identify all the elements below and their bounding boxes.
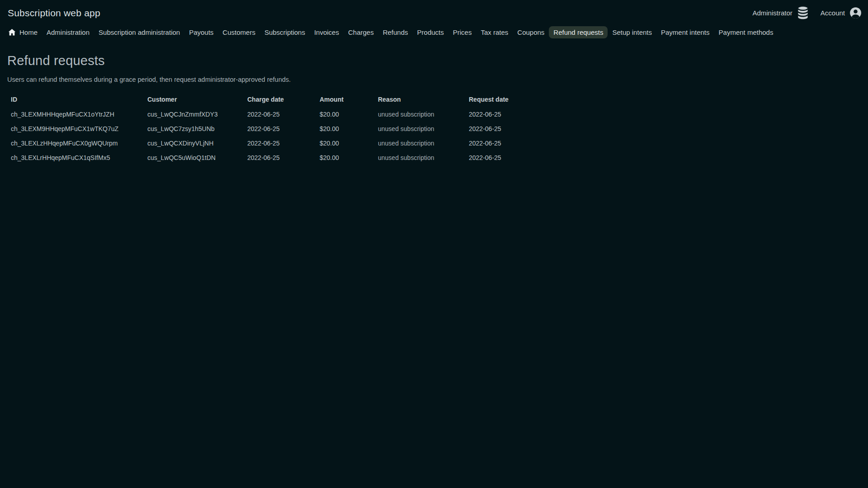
cell-reason: unused subscription [374, 122, 465, 136]
nav-item-payouts[interactable]: Payouts [184, 26, 218, 38]
nav-item-label: Subscriptions [264, 28, 305, 36]
admin-label: Administrator [752, 9, 792, 17]
cell-request-date: 2022-06-25 [465, 122, 533, 136]
cell-request-date: 2022-06-25 [465, 150, 533, 165]
database-icon [797, 6, 809, 20]
nav-item-prices[interactable]: Prices [448, 26, 476, 38]
cell-charge-id: ch_3LEXLzHHqepMFuCX0gWQUrpm [7, 136, 144, 150]
cell-charge-id: ch_3LEXMHHHqepMFuCX1oYtrJZH [7, 107, 144, 122]
nav-item-payment-intents[interactable]: Payment intents [656, 26, 714, 38]
cell-charge-date: 2022-06-25 [244, 122, 316, 136]
nav-item-administration[interactable]: Administration [42, 26, 94, 38]
nav-item-label: Administration [47, 28, 90, 36]
home-icon [8, 28, 16, 36]
account-menu[interactable]: Account [821, 7, 862, 19]
cell-amount: $20.00 [316, 122, 374, 136]
page-title: Refund requests [7, 53, 861, 68]
nav-item-customers[interactable]: Customers [218, 26, 260, 38]
nav-item-tax-rates[interactable]: Tax rates [476, 26, 513, 38]
nav-item-label: Refund requests [553, 28, 603, 36]
cell-charge-date: 2022-06-25 [244, 107, 316, 122]
nav-item-label: Coupons [517, 28, 544, 36]
nav-item-products[interactable]: Products [413, 26, 448, 38]
column-header-reason: Reason [374, 92, 465, 107]
nav-item-label: Invoices [314, 28, 339, 36]
nav-item-charges[interactable]: Charges [344, 26, 378, 38]
cell-customer-id: cus_LwQC5uWioQ1tDN [144, 150, 244, 165]
nav-item-label: Customers [222, 28, 255, 36]
nav-item-setup-intents[interactable]: Setup intents [608, 26, 656, 38]
nav-item-subscriptions[interactable]: Subscriptions [260, 26, 310, 38]
nav-item-subscription-administration[interactable]: Subscription administration [94, 26, 184, 38]
nav-item-label: Refunds [383, 28, 408, 36]
main-nav: Home Administration Subscription adminis… [0, 25, 868, 41]
nav-item-label: Subscription administration [99, 28, 180, 36]
column-header-charge-date: Charge date [244, 92, 316, 107]
nav-item-label: Charges [348, 28, 374, 36]
nav-item-coupons[interactable]: Coupons [513, 26, 549, 38]
table-header-row: ID Customer Charge date Amount Reason Re… [7, 92, 533, 107]
cell-amount: $20.00 [316, 136, 374, 150]
cell-amount: $20.00 [316, 150, 374, 165]
nav-item-label: Home [19, 28, 38, 36]
cell-reason: unused subscription [374, 150, 465, 165]
nav-item-label: Products [417, 28, 444, 36]
page-description: Users can refund themselves during a gra… [7, 76, 861, 83]
cell-customer-id: cus_LwQC7zsy1h5UNb [144, 122, 244, 136]
admin-menu[interactable]: Administrator [752, 6, 808, 20]
table-row: ch_3LEXMHHHqepMFuCX1oYtrJZH cus_LwQCJnZm… [7, 107, 533, 122]
column-header-request-date: Request date [465, 92, 533, 107]
cell-request-date: 2022-06-25 [465, 107, 533, 122]
person-circle-icon [849, 7, 862, 19]
cell-charge-id: ch_3LEXLrHHqepMFuCX1qSIfMx5 [7, 150, 144, 165]
table-row: ch_3LEXLzHHqepMFuCX0gWQUrpm cus_LwQCXDin… [7, 136, 533, 150]
nav-item-label: Payment intents [661, 28, 710, 36]
cell-customer-id: cus_LwQCJnZmmfXDY3 [144, 107, 244, 122]
cell-charge-date: 2022-06-25 [244, 150, 316, 165]
column-header-customer: Customer [144, 92, 244, 107]
nav-item-label: Setup intents [612, 28, 652, 36]
main-content: Refund requests Users can refund themsel… [0, 53, 868, 165]
cell-reason: unused subscription [374, 107, 465, 122]
cell-charge-date: 2022-06-25 [244, 136, 316, 150]
nav-item-payment-methods[interactable]: Payment methods [714, 26, 778, 38]
nav-item-label: Payouts [189, 28, 213, 36]
nav-item-label: Prices [453, 28, 472, 36]
column-header-id: ID [7, 92, 144, 107]
nav-item-refunds[interactable]: Refunds [378, 26, 413, 38]
nav-item-refund-requests[interactable]: Refund requests [549, 26, 608, 38]
refund-requests-table: ID Customer Charge date Amount Reason Re… [7, 92, 533, 165]
app-title: Subscription web app [8, 8, 100, 19]
nav-item-label: Tax rates [481, 28, 508, 36]
table-row: ch_3LEXM9HHqepMFuCX1wTKQ7uZ cus_LwQC7zsy… [7, 122, 533, 136]
column-header-amount: Amount [316, 92, 374, 107]
cell-request-date: 2022-06-25 [465, 136, 533, 150]
cell-amount: $20.00 [316, 107, 374, 122]
topbar-right: Administrator Account [752, 6, 862, 20]
table-row: ch_3LEXLrHHqepMFuCX1qSIfMx5 cus_LwQC5uWi… [7, 150, 533, 165]
nav-item-label: Payment methods [719, 28, 774, 36]
nav-item-invoices[interactable]: Invoices [310, 26, 344, 38]
account-label: Account [821, 9, 845, 17]
nav-item-home[interactable]: Home [4, 26, 42, 38]
app-header: Subscription web app Administrator Accou… [0, 0, 868, 25]
cell-reason: unused subscription [374, 136, 465, 150]
cell-charge-id: ch_3LEXM9HHqepMFuCX1wTKQ7uZ [7, 122, 144, 136]
cell-customer-id: cus_LwQCXDinyVLjNH [144, 136, 244, 150]
